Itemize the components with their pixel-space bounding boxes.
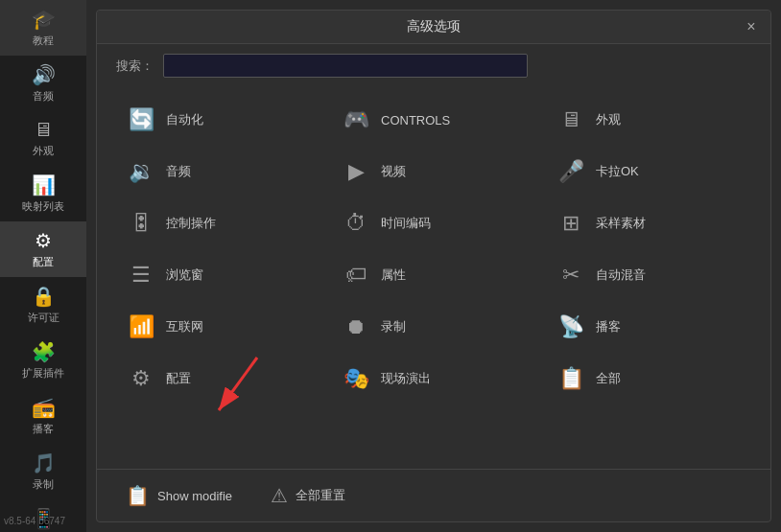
grid-icon-broadcast2: 📡 <box>556 312 586 342</box>
reset-all-label: 全部重置 <box>296 487 345 504</box>
sidebar-item-recording[interactable]: 🎵 录制 <box>0 444 86 499</box>
sidebar-item-appearance[interactable]: 🖥 外观 <box>0 111 86 166</box>
dialog: 高级选项 × 搜索： 🔄 自动化 🎮 CONTROLS 🖥 外观 🔉 音频 ▶ … <box>96 10 771 522</box>
grid-label-live: 现场演出 <box>381 370 431 387</box>
grid-label-automix: 自动混音 <box>596 266 646 284</box>
grid-label-audio2: 音频 <box>166 163 191 180</box>
grid-item-sample[interactable]: ⊞ 采样素材 <box>546 200 751 246</box>
sidebar-item-extensions[interactable]: 🧩 扩展插件 <box>0 333 86 388</box>
grid-content: 🔄 自动化 🎮 CONTROLS 🖥 外观 🔉 音频 ▶ 视频 🎤 卡拉OK 🎛… <box>97 87 770 469</box>
sidebar-label-audio: 音频 <box>33 89 54 104</box>
sidebar-icon-mapping: 📊 <box>32 173 56 197</box>
show-modified-label: Show modifie <box>157 489 232 503</box>
reset-all-button[interactable]: ⚠ 全部重置 <box>261 479 355 512</box>
grid-label-all: 全部 <box>596 370 621 387</box>
sidebar-icon-broadcast: 📻 <box>32 396 56 419</box>
grid-label-recording2: 录制 <box>381 318 406 335</box>
dialog-titlebar: 高级选项 × <box>97 11 770 44</box>
grid-icon-automation: 🔄 <box>126 104 156 135</box>
sidebar-item-settings[interactable]: ⚙ 配置 <box>0 221 86 277</box>
search-input[interactable] <box>163 54 528 78</box>
sidebar-icon-tutorial: 🎓 <box>32 8 56 31</box>
grid-icon-live: 🎭 <box>341 363 371 394</box>
dialog-footer: 📋 Show modifie ⚠ 全部重置 <box>97 469 770 521</box>
grid-icon-sample: ⊞ <box>556 208 586 239</box>
grid-icon-appearance2: 🖥 <box>556 104 586 135</box>
grid-item-config[interactable]: ⚙ 配置 <box>116 356 321 402</box>
search-label: 搜索： <box>116 58 154 75</box>
grid-label-automation: 自动化 <box>166 111 203 128</box>
grid-item-control-ops[interactable]: 🎛 控制操作 <box>116 200 321 246</box>
reset-all-icon: ⚠ <box>271 484 288 507</box>
grid-icon-audio2: 🔉 <box>126 156 156 187</box>
sidebar-icon-recording: 🎵 <box>32 451 56 474</box>
grid-label-internet: 互联网 <box>166 318 203 335</box>
version-text: v8.5-64 b6747 <box>4 516 65 526</box>
grid-icon-config: ⚙ <box>126 363 156 394</box>
grid-label-config: 配置 <box>166 370 191 387</box>
sidebar-icon-appearance: 🖥 <box>34 119 53 141</box>
grid-icon-automix: ✂ <box>556 260 586 290</box>
grid-icon-controls: 🎮 <box>341 104 371 135</box>
sidebar-label-extensions: 扩展插件 <box>22 366 64 381</box>
grid-item-recording2[interactable]: ⏺ 录制 <box>331 304 536 350</box>
grid-label-appearance2: 外观 <box>596 111 621 128</box>
sidebar-label-settings: 配置 <box>33 255 54 269</box>
grid-item-all[interactable]: 📋 全部 <box>546 356 751 402</box>
grid-label-control-ops: 控制操作 <box>166 215 216 232</box>
sidebar-item-mapping[interactable]: 📊 映射列表 <box>0 166 86 221</box>
grid-icon-internet: 📶 <box>126 312 156 342</box>
sidebar-label-recording: 录制 <box>33 477 54 492</box>
sidebar-item-audio[interactable]: 🔊 音频 <box>0 56 86 111</box>
grid-label-broadcast2: 播客 <box>596 318 621 335</box>
grid-icon-control-ops: 🎛 <box>126 208 156 239</box>
show-modified-icon: 📋 <box>126 484 150 507</box>
grid-icon-browser: ☰ <box>126 260 156 290</box>
sidebar-label-license: 许可证 <box>28 311 59 325</box>
sidebar-item-tutorial[interactable]: 🎓 教程 <box>0 0 86 56</box>
grid-label-controls: CONTROLS <box>381 113 450 127</box>
sidebar-label-mapping: 映射列表 <box>22 199 64 214</box>
dialog-title: 高级选项 <box>407 18 461 35</box>
show-modified-button[interactable]: 📋 Show modifie <box>116 479 242 512</box>
grid-item-video[interactable]: ▶ 视频 <box>331 149 536 195</box>
grid-item-browser[interactable]: ☰ 浏览窗 <box>116 252 321 298</box>
grid-item-internet[interactable]: 📶 互联网 <box>116 304 321 350</box>
grid-icon-karaoke: 🎤 <box>556 156 586 187</box>
grid-item-automix[interactable]: ✂ 自动混音 <box>546 252 751 298</box>
options-grid: 🔄 自动化 🎮 CONTROLS 🖥 外观 🔉 音频 ▶ 视频 🎤 卡拉OK 🎛… <box>116 97 751 402</box>
sidebar: 🎓 教程 🔊 音频 🖥 外观 📊 映射列表 ⚙ 配置 🔒 许可证 🧩 扩展插件 … <box>0 0 86 532</box>
grid-label-timecode: 时间编码 <box>381 215 431 232</box>
grid-label-properties: 属性 <box>381 266 406 284</box>
sidebar-icon-license: 🔒 <box>32 285 56 308</box>
grid-item-timecode[interactable]: ⏱ 时间编码 <box>331 200 536 246</box>
grid-item-properties[interactable]: 🏷 属性 <box>331 252 536 298</box>
grid-item-audio2[interactable]: 🔉 音频 <box>116 149 321 195</box>
sidebar-label-appearance: 外观 <box>33 144 54 158</box>
sidebar-item-broadcast[interactable]: 📻 播客 <box>0 388 86 444</box>
grid-item-karaoke[interactable]: 🎤 卡拉OK <box>546 149 751 195</box>
search-bar: 搜索： <box>97 44 770 87</box>
grid-item-controls[interactable]: 🎮 CONTROLS <box>331 97 536 143</box>
sidebar-label-broadcast: 播客 <box>33 422 54 436</box>
sidebar-label-tutorial: 教程 <box>33 34 54 48</box>
grid-label-karaoke: 卡拉OK <box>596 163 639 180</box>
grid-item-appearance2[interactable]: 🖥 外观 <box>546 97 751 143</box>
grid-label-sample: 采样素材 <box>596 215 646 232</box>
grid-icon-properties: 🏷 <box>341 260 371 290</box>
grid-label-browser: 浏览窗 <box>166 266 203 284</box>
grid-icon-timecode: ⏱ <box>341 208 371 239</box>
sidebar-icon-settings: ⚙ <box>35 229 52 252</box>
grid-item-live[interactable]: 🎭 现场演出 <box>331 356 536 402</box>
sidebar-icon-audio: 🔊 <box>32 63 56 86</box>
grid-icon-video: ▶ <box>341 156 371 187</box>
sidebar-item-license[interactable]: 🔒 许可证 <box>0 277 86 333</box>
sidebar-icon-extensions: 🧩 <box>32 340 56 363</box>
grid-item-broadcast2[interactable]: 📡 播客 <box>546 304 751 350</box>
main-area: 高级选项 × 搜索： 🔄 自动化 🎮 CONTROLS 🖥 外观 🔉 音频 ▶ … <box>86 0 781 532</box>
grid-label-video: 视频 <box>381 163 406 180</box>
grid-item-automation[interactable]: 🔄 自动化 <box>116 97 321 143</box>
close-button[interactable]: × <box>742 17 761 36</box>
grid-icon-all: 📋 <box>556 363 586 394</box>
grid-icon-recording2: ⏺ <box>341 312 371 342</box>
